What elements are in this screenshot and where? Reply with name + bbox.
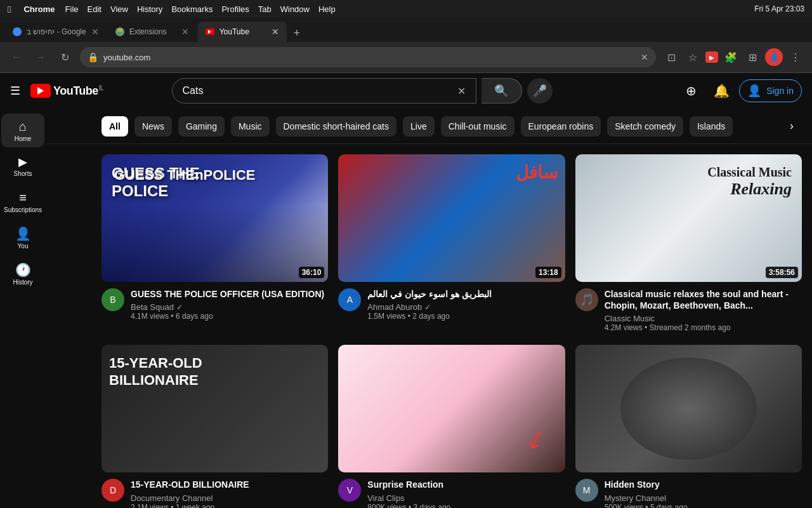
apple-menu[interactable]:  bbox=[8, 4, 11, 15]
video-meta-v2: البطريق هو اسوء حيوان في العالم Ahmad Ab… bbox=[367, 288, 565, 321]
sidebar-item-subscriptions[interactable]: ≡ Subscriptions bbox=[1, 185, 44, 218]
sign-in-button[interactable]: 👤 Sign in bbox=[739, 79, 802, 102]
page-layout: ☰ YouTubeIL ✕ 🔍 🎤 ⊕ 🔔 👤 Sign in ⌂ bbox=[0, 73, 812, 508]
sidebar-item-shorts[interactable]: ▶ Shorts bbox=[1, 150, 44, 182]
video-card-v1[interactable]: GUESS THEPOLICE 36:10 B GUESS THE POLICE… bbox=[102, 154, 328, 332]
chrome-actions: ⊡ ☆ ▶ 🧩 ⊞ 👤 ⋮ bbox=[662, 48, 804, 66]
google-tab-close[interactable]: ✕ bbox=[91, 27, 99, 37]
file-menu[interactable]: File bbox=[65, 4, 79, 14]
video-stats-v4: 2.1M views • 1 week ago bbox=[131, 503, 328, 508]
duration-v3: 3:58:56 bbox=[766, 267, 798, 278]
thumb-text-v1: GUESS THEPOLICE bbox=[112, 164, 200, 199]
history-icon: 🕐 bbox=[15, 264, 31, 276]
filter-chip-news[interactable]: News bbox=[134, 116, 172, 137]
profiles-menu[interactable]: Profiles bbox=[221, 4, 249, 14]
search-input[interactable] bbox=[183, 85, 452, 97]
bookmark-button[interactable]: ☆ bbox=[684, 48, 702, 66]
profile-button[interactable]: 👤 bbox=[765, 48, 783, 66]
channel-name-v5: Viral Clips bbox=[367, 493, 565, 503]
edit-menu[interactable]: Edit bbox=[88, 4, 102, 14]
window-menu[interactable]: Window bbox=[280, 4, 310, 14]
url-bar[interactable]: 🔒 youtube.com ✕ bbox=[80, 47, 656, 67]
history-menu[interactable]: History bbox=[137, 4, 162, 14]
video-grid: GUESS THEPOLICE 36:10 B GUESS THE POLICE… bbox=[102, 154, 802, 508]
search-container: ✕ 🔍 🎤 bbox=[172, 78, 553, 104]
filter-chip-chill[interactable]: Chill-out music bbox=[441, 116, 514, 137]
filter-chip-gaming[interactable]: Gaming bbox=[178, 116, 225, 137]
video-info-v5: V Surprise Reaction Viral Clips 800K vie… bbox=[338, 479, 565, 508]
sidebar-label-subscriptions: Subscriptions bbox=[4, 206, 42, 213]
refresh-button[interactable]: ↻ bbox=[56, 48, 74, 66]
view-menu[interactable]: View bbox=[110, 4, 128, 14]
video-stats-v1: 4.1M views • 6 days ago bbox=[131, 312, 328, 321]
url-clear-icon[interactable]: ✕ bbox=[641, 52, 648, 62]
sidebar-toggle[interactable]: ⊞ bbox=[743, 48, 761, 66]
help-menu[interactable]: Help bbox=[318, 4, 336, 14]
thumb-arabic-v2: سافل bbox=[516, 162, 558, 183]
search-clear-icon[interactable]: ✕ bbox=[457, 85, 466, 97]
lock-icon: 🔒 bbox=[88, 52, 98, 62]
filter-chip-european[interactable]: European robins bbox=[521, 116, 601, 137]
sidebar-item-history[interactable]: 🕐 History bbox=[1, 257, 44, 291]
back-button[interactable]: ← bbox=[8, 48, 25, 66]
filter-next-button[interactable]: › bbox=[782, 116, 802, 137]
channel-name-v4: Documentary Channel bbox=[131, 493, 328, 503]
video-stats-v3: 4.2M views • Streamed 2 months ago bbox=[605, 323, 802, 332]
sidebar-item-home[interactable]: ⌂ Home bbox=[1, 114, 44, 147]
youtube-tab-title: YouTube bbox=[219, 27, 266, 36]
home-icon: ⌂ bbox=[19, 120, 27, 133]
video-title-v5: Surprise Reaction bbox=[367, 479, 565, 490]
mic-button[interactable]: 🎤 bbox=[527, 78, 553, 104]
filter-bar: All News Gaming Music Domestic short-hai… bbox=[46, 109, 812, 144]
url-text[interactable]: youtube.com bbox=[103, 53, 636, 62]
thumb-inner-v6 bbox=[575, 345, 802, 472]
video-card-v2[interactable]: سافل 13:18 A البطريق هو اسوء حيوان في ال… bbox=[338, 154, 565, 332]
search-button[interactable]: 🔍 bbox=[481, 78, 522, 104]
youtube-favicon bbox=[206, 29, 214, 35]
video-meta-v3: Classical music relaxes the soul and hea… bbox=[605, 288, 802, 332]
notifications-button[interactable]: 🔔 bbox=[709, 78, 734, 104]
extensions-favicon: 🧩 bbox=[115, 27, 124, 36]
tab-menu[interactable]: Tab bbox=[258, 4, 272, 14]
new-tab-button[interactable]: + bbox=[288, 24, 306, 42]
address-bar: ← → ↻ 🔒 youtube.com ✕ ⊡ ☆ ▶ 🧩 ⊞ 👤 ⋮ bbox=[0, 42, 812, 72]
chrome-menu-label[interactable]: Chrome bbox=[23, 4, 55, 14]
video-title-v1: GUESS THE POLICE OFFICER (USA EDITION) bbox=[131, 288, 328, 300]
video-card-v4[interactable]: 15-YEAR-OLD BILLIONAIRE D 15-YEAR-OLD BI… bbox=[102, 345, 328, 508]
cast-button[interactable]: ⊡ bbox=[662, 48, 680, 66]
bookmarks-menu[interactable]: Bookmarks bbox=[171, 4, 213, 14]
hamburger-menu[interactable]: ☰ bbox=[10, 84, 20, 98]
sidebar-item-you[interactable]: 👤 You bbox=[1, 221, 44, 255]
sign-in-icon: 👤 bbox=[747, 84, 761, 98]
tab-google[interactable]: יחיפוש ב - Google ✕ bbox=[5, 22, 107, 42]
forward-button[interactable]: → bbox=[32, 48, 49, 66]
header-actions: ⊕ 🔔 👤 Sign in bbox=[678, 78, 802, 104]
video-stats-v6: 500K views • 5 days ago bbox=[605, 503, 802, 508]
extensions-tab-close[interactable]: ✕ bbox=[181, 27, 189, 37]
video-title-v2: البطريق هو اسوء حيوان في العالم bbox=[367, 288, 565, 300]
channel-name-v6: Mystery Channel bbox=[605, 493, 802, 503]
duration-v2: 13:18 bbox=[535, 267, 561, 278]
extensions-button[interactable]: 🧩 bbox=[722, 48, 740, 66]
filter-chip-sketch[interactable]: Sketch comedy bbox=[607, 116, 683, 137]
filter-chip-music[interactable]: Music bbox=[231, 116, 270, 137]
video-card-v5[interactable]: ↙ V Surprise Reaction Viral Clips 800K v… bbox=[338, 345, 565, 508]
video-card-v6[interactable]: M Hidden Story Mystery Channel 500K view… bbox=[575, 345, 802, 508]
extension-icon[interactable]: ▶ bbox=[705, 51, 718, 63]
tab-youtube[interactable]: YouTube ✕ bbox=[198, 22, 287, 42]
sidebar-label-you: You bbox=[18, 243, 29, 250]
youtube-tab-close[interactable]: ✕ bbox=[272, 27, 279, 37]
chrome-menu-button[interactable]: ⋮ bbox=[787, 48, 804, 66]
video-thumbnail-v5: ↙ bbox=[338, 345, 565, 472]
create-button[interactable]: ⊕ bbox=[678, 78, 704, 104]
yt-logo[interactable]: YouTubeIL bbox=[30, 84, 103, 98]
video-card-v3[interactable]: Classical Music Relaxing 3:58:56 🎵 Class… bbox=[575, 154, 802, 332]
filter-chip-domestic[interactable]: Domestic short-haired cats bbox=[276, 116, 397, 137]
filter-chip-live[interactable]: Live bbox=[403, 116, 435, 137]
yt-logo-text: YouTubeIL bbox=[53, 84, 103, 98]
filter-chip-all[interactable]: All bbox=[102, 116, 128, 137]
tab-extensions[interactable]: 🧩 Extensions ✕ bbox=[108, 22, 197, 42]
filter-chip-islands[interactable]: Islands bbox=[690, 116, 733, 137]
verified-icon-v2: ✓ bbox=[424, 303, 431, 312]
sidebar-label-history: History bbox=[13, 279, 32, 286]
